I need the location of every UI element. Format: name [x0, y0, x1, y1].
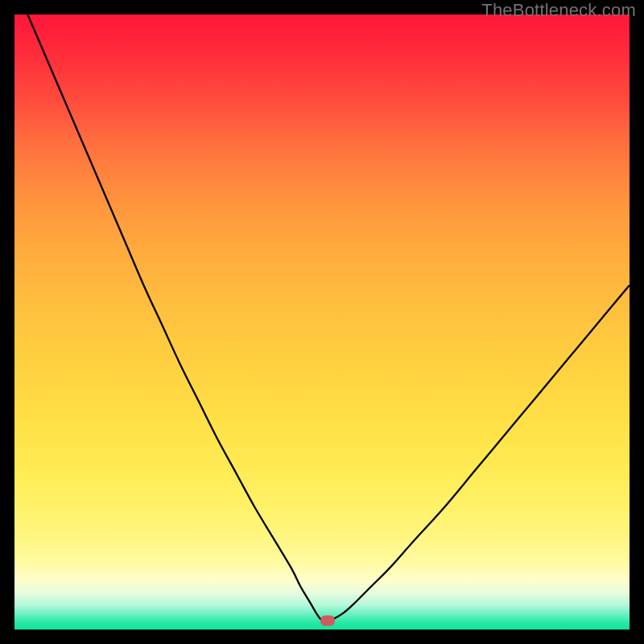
- optimum-marker: [320, 615, 335, 625]
- bottleneck-curve: [14, 14, 630, 621]
- curve-svg: [14, 14, 630, 630]
- watermark-text: TheBottleneck.com: [481, 0, 636, 21]
- plot-area: [14, 14, 630, 630]
- chart-stage: TheBottleneck.com: [0, 0, 644, 644]
